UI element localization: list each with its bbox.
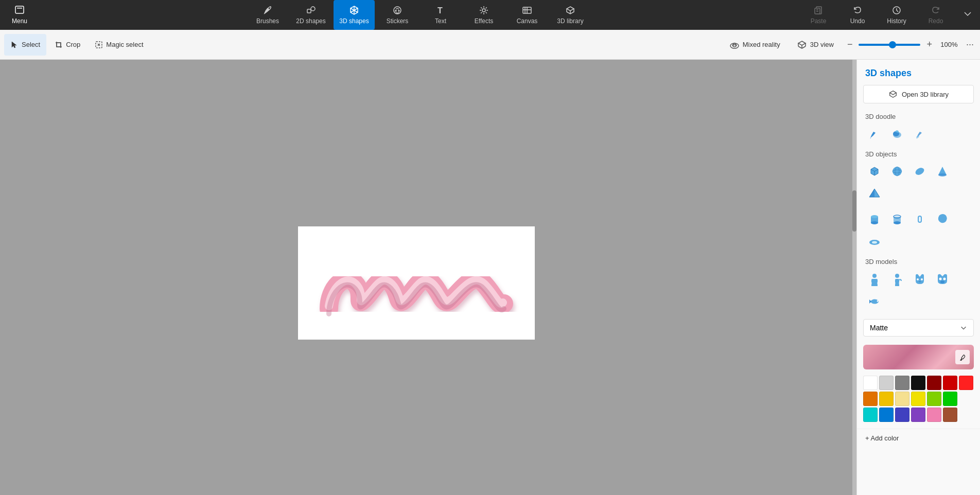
color-blue[interactable] [879,408,894,422]
add-color-button[interactable]: + Add color [857,429,980,447]
open-3d-library-button[interactable]: Open 3D library [863,85,974,103]
redo-button[interactable]: Redo [920,0,951,30]
color-darkred[interactable] [927,376,941,390]
open-cylinder-icon[interactable] [888,209,906,228]
zoom-more-button[interactable]: ··· [964,37,976,52]
undo-button[interactable]: Undo [842,0,873,30]
cylinder-object-icon[interactable] [865,209,884,228]
svg-point-29 [730,43,739,48]
color-black[interactable] [911,376,925,390]
paste-label: Paste [811,17,827,25]
crop-tool[interactable]: Crop [48,34,86,56]
color-orange[interactable] [863,392,878,406]
color-swatch[interactable] [863,345,974,369]
2dshapes-label: 2D shapes [296,17,325,25]
mixed-reality-button[interactable]: Mixed reality [724,37,785,53]
toolbar-items: Brushes 2D shapes 3D shapes [35,0,803,30]
svg-point-54 [872,241,877,244]
svg-point-63 [940,281,944,284]
toolbar-item-3dshapes[interactable]: 3D shapes [334,0,375,30]
capsule-object-icon[interactable] [911,162,929,181]
canvas-area[interactable] [0,60,856,495]
person-model-icon[interactable] [865,270,884,288]
color-row-2 [863,392,974,406]
color-red[interactable] [943,376,957,390]
zoom-out-button[interactable]: − [845,37,855,52]
color-pink[interactable] [927,408,941,422]
color-gray[interactable] [895,376,909,390]
svg-point-5 [395,10,396,11]
undo-icon [852,5,863,15]
add-color-label: + Add color [865,434,899,442]
top-toolbar: Menu Brushes 2D shapes 3D shapes [0,0,980,30]
color-lightgray[interactable] [879,376,894,390]
doodle-pen-icon[interactable] [865,125,884,143]
svg-point-57 [895,274,899,278]
mixed-reality-icon [729,40,740,50]
svg-rect-58 [895,279,899,283]
person-side-model-icon[interactable] [888,270,906,288]
color-lightyellow[interactable] [895,392,909,406]
cone-object-icon[interactable] [933,162,952,181]
color-yellow[interactable] [911,392,925,406]
select-tool[interactable]: Select [4,34,46,56]
svg-point-3 [311,7,315,11]
color-white[interactable] [863,376,878,390]
sphere-object-icon[interactable] [888,162,906,181]
color-gold[interactable] [879,392,894,406]
doodle-soft-icon[interactable] [888,125,906,143]
redo-icon [931,5,941,15]
eyedropper-button[interactable] [955,350,970,364]
color-brown[interactable] [943,408,957,422]
3d-view-icon [797,40,807,50]
magic-select-label: Magic select [106,41,143,48]
zoom-in-button[interactable]: + [924,37,934,52]
toolbar-item-3dlibrary[interactable]: 3D library [550,0,591,30]
toolbar-item-brushes[interactable]: Brushes [247,0,288,30]
color-cyan[interactable] [863,408,878,422]
svg-point-47 [871,221,878,224]
color-yellowgreen[interactable] [927,392,941,406]
tube-object-icon[interactable] [911,209,929,228]
toolbar-item-text[interactable]: T Text [420,0,461,30]
doodle-marker-icon[interactable] [911,125,929,143]
material-dropdown[interactable]: Matte [863,319,974,337]
menu-button[interactable]: Menu [4,0,35,30]
effects-label: Effects [475,17,493,25]
brushes-label: Brushes [256,17,279,25]
svg-point-40 [892,167,902,176]
fish-model-icon[interactable] [865,292,884,311]
cat-model-icon[interactable] [911,270,929,288]
color-purple[interactable] [911,408,925,422]
color-brightred[interactable] [959,376,973,390]
cube-object-icon[interactable] [865,162,884,181]
color-indigo[interactable] [895,408,909,422]
toolbar-item-stickers[interactable]: Stickers [377,0,418,30]
svg-point-64 [877,300,879,302]
paste-button[interactable]: Paste [803,0,834,30]
color-row-1 [863,376,974,390]
scrollbar[interactable] [852,60,856,495]
toolbar-item-canvas[interactable]: Canvas [506,0,548,30]
magic-select-tool[interactable]: Magic select [89,34,149,56]
history-label: History [887,17,906,25]
pyramid-object-icon[interactable] [865,185,884,203]
3d-view-button[interactable]: 3D view [792,37,839,53]
svg-point-55 [872,274,877,278]
color-green[interactable] [943,392,957,406]
doodle-svg [313,237,519,329]
magic-select-icon [95,41,103,49]
models-icons-row [857,268,980,315]
toolbar-item-2dshapes[interactable]: 2D shapes [290,0,331,30]
color-palette [857,374,980,426]
zoom-slider[interactable] [859,44,920,46]
material-label: Matte [870,324,888,332]
history-button[interactable]: History [881,0,912,30]
mixed-reality-label: Mixed reality [743,41,780,48]
blob-object-icon[interactable] [933,209,952,228]
objects-icons-row1 [857,160,980,207]
collapse-button[interactable] [959,6,976,24]
toolbar-item-effects[interactable]: Effects [463,0,504,30]
torus-object-icon[interactable] [865,232,884,251]
dog-model-icon[interactable] [933,270,952,288]
